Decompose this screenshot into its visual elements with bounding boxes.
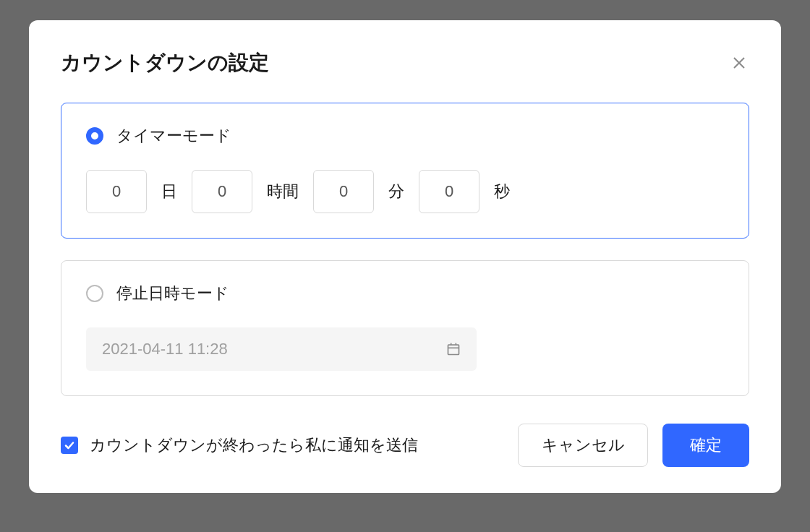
modal-title: カウントダウンの設定	[61, 49, 269, 77]
seconds-input[interactable]	[419, 170, 479, 213]
footer-buttons: キャンセル 確定	[518, 424, 749, 467]
svg-rect-2	[448, 345, 459, 354]
stop-datetime-mode-box[interactable]: 停止日時モード 2021-04-11 11:28	[61, 260, 749, 396]
countdown-settings-modal: カウントダウンの設定 タイマーモード 日 時間 分 秒 停止日時モード	[29, 20, 781, 493]
cancel-button[interactable]: キャンセル	[518, 424, 648, 467]
hours-unit: 時間	[267, 181, 299, 202]
hours-input[interactable]	[192, 170, 252, 213]
timer-inputs-row: 日 時間 分 秒	[86, 170, 724, 213]
minutes-unit: 分	[388, 181, 404, 202]
datetime-picker[interactable]: 2021-04-11 11:28	[86, 327, 477, 371]
timer-mode-header: タイマーモード	[86, 125, 724, 147]
datetime-value: 2021-04-11 11:28	[102, 340, 228, 359]
check-icon	[64, 439, 75, 451]
days-unit: 日	[161, 181, 177, 202]
minutes-input[interactable]	[313, 170, 374, 213]
seconds-unit: 秒	[494, 181, 510, 202]
timer-mode-radio[interactable]	[86, 127, 103, 145]
days-input[interactable]	[86, 170, 147, 213]
stop-mode-label: 停止日時モード	[116, 283, 229, 304]
close-button[interactable]	[729, 53, 749, 73]
close-icon	[733, 56, 746, 69]
notify-checkbox[interactable]	[61, 437, 78, 454]
notify-section: カウントダウンが終わったら私に通知を送信	[61, 434, 418, 456]
timer-mode-label: タイマーモード	[116, 125, 231, 147]
stop-mode-header: 停止日時モード	[86, 283, 724, 304]
confirm-button[interactable]: 確定	[662, 424, 749, 467]
timer-mode-box[interactable]: タイマーモード 日 時間 分 秒	[61, 103, 749, 239]
notify-label: カウントダウンが終わったら私に通知を送信	[90, 434, 418, 456]
modal-footer: カウントダウンが終わったら私に通知を送信 キャンセル 確定	[61, 424, 749, 467]
calendar-icon	[446, 342, 461, 356]
stop-mode-radio[interactable]	[86, 285, 103, 302]
modal-header: カウントダウンの設定	[61, 49, 749, 77]
